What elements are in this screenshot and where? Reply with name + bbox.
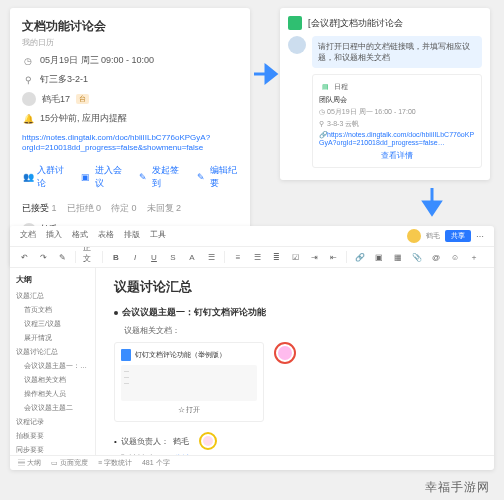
schedule-time: ◷05月19日 周一 16:00 - 17:00 (319, 107, 475, 117)
start-sign-button[interactable]: ✎发起签到 (137, 164, 181, 190)
watermark: 幸福手游网 (425, 479, 490, 496)
share-button[interactable]: 共享 (445, 230, 471, 242)
sb-item[interactable]: 会议议题主题一：钉钉… (16, 359, 89, 373)
status-bar: ▤ 大纲 ▭ 页面宽度 ≡ 字数统计 481 个字 (10, 455, 494, 470)
edit-icon: ✎ (195, 171, 207, 183)
join-discuss-button[interactable]: 👥入群讨论 (22, 164, 66, 190)
status-pages[interactable]: ▭ 页面宽度 (51, 458, 88, 468)
presence-label: 鹤毛 (426, 231, 440, 241)
event-location: 钉三多3-2-1 (40, 73, 88, 86)
chat-card: [会议群]文档功能讨论会 请打开日程中的文档链接哦，并填写相应议题，和议题相关文… (280, 8, 490, 180)
attach-icon[interactable]: 📎 (411, 251, 423, 263)
arrow-right-icon (252, 62, 282, 86)
sb-item[interactable]: 首页文档 (16, 303, 89, 317)
view-detail-button[interactable]: 查看详情 (319, 146, 475, 161)
menu-table[interactable]: 表格 (98, 229, 114, 243)
schedule-loc: ⚲3-8-3 云帆 (319, 119, 475, 129)
at-icon[interactable]: @ (430, 251, 442, 263)
status-count: 481 个字 (142, 458, 170, 468)
calendar-icon: ▤ (319, 81, 331, 93)
embedded-doc-card[interactable]: 钉钉文档评论功能（举例版） ——— ☆ 打开 (114, 342, 264, 422)
list-item: 议题负责人：鹤毛 (114, 432, 476, 450)
table-icon[interactable]: ▦ (392, 251, 404, 263)
organizer-badge: 台 (76, 94, 89, 104)
avatar-ring (199, 432, 217, 450)
brush-icon[interactable]: ✎ (56, 251, 68, 263)
highlight-icon[interactable]: ☰ (205, 251, 217, 263)
avatar (407, 229, 421, 243)
bullet-list: 议题负责人：鹤毛 预计耗时：10分钟 过程记录 #会议讨论：描述对应人的观点和建… (114, 432, 476, 455)
event-reminder: 15分钟前, 应用内提醒 (40, 112, 127, 125)
redo-icon[interactable]: ↷ (37, 251, 49, 263)
color-icon[interactable]: A (186, 251, 198, 263)
sb-item[interactable]: 操作相关人员 (16, 387, 89, 401)
underline-icon[interactable]: U (148, 251, 160, 263)
menu-tools[interactable]: 工具 (150, 229, 166, 243)
text-style[interactable]: 正文 ▾ (83, 251, 95, 263)
undo-icon[interactable]: ↶ (18, 251, 30, 263)
bell-icon: 🔔 (22, 113, 34, 125)
doc-title: 议题讨论汇总 (114, 278, 476, 296)
chat-message-row: 请打开日程中的文档链接哦，并填写相应议题，和议题相关文档 (288, 36, 482, 68)
chat-bubble: 请打开日程中的文档链接哦，并填写相应议题，和议题相关文档 (312, 36, 482, 68)
schedule-title: 团队周会 (319, 95, 475, 105)
sb-item[interactable]: 议题讨论汇总 (16, 345, 89, 359)
status-words[interactable]: ≡ 字数统计 (98, 458, 132, 468)
status-outline[interactable]: ▤ 大纲 (18, 458, 41, 468)
menu-insert[interactable]: 插入 (46, 229, 62, 243)
menu-layout[interactable]: 排版 (124, 229, 140, 243)
open-doc-button[interactable]: ☆ 打开 (121, 405, 257, 415)
document-editor: 文档 插入 格式 表格 排版 工具 鹤毛 共享 ⋯ ↶ ↷ ✎ 正文 ▾ B I… (10, 226, 494, 470)
organizer-name: 鹤毛17 (42, 93, 70, 106)
chat-title: [会议群]文档功能讨论会 (308, 17, 403, 30)
enter-meeting-button[interactable]: ▣进入会议 (80, 164, 124, 190)
sb-item[interactable]: 议题相关文档 (16, 373, 89, 387)
list-ol-icon[interactable]: ≣ (270, 251, 282, 263)
link-icon[interactable]: 🔗 (354, 251, 366, 263)
list-ul-icon[interactable]: ☰ (251, 251, 263, 263)
chat-header: [会议群]文档功能讨论会 (288, 16, 482, 30)
sb-item[interactable]: 议程三/议题 (16, 317, 89, 331)
event-date-row: ◷ 05月19日 周三 09:00 - 10:00 (22, 54, 238, 67)
edit-summary-button[interactable]: ✎编辑纪要 (195, 164, 239, 190)
menu-bar: 文档 插入 格式 表格 排版 工具 鹤毛 共享 ⋯ (10, 226, 494, 247)
event-subtitle: 我的日历 (22, 37, 238, 48)
sb-item[interactable]: 议程记录 (16, 415, 89, 429)
schedule-link: 🔗https://notes.dingtalk.com/doc/hbiiIILb… (319, 131, 475, 146)
event-reminder-row: 🔔 15分钟前, 应用内提醒 (22, 112, 238, 125)
document-body[interactable]: 议题讨论汇总 会议议题主题一：钉钉文档评论功能 议题相关文档： 钉钉文档评论功能… (96, 268, 494, 455)
avatar-ring (274, 342, 296, 364)
avatar (288, 36, 306, 54)
video-icon: ▣ (80, 171, 92, 183)
align-icon[interactable]: ≡ (232, 251, 244, 263)
strike-icon[interactable]: S (167, 251, 179, 263)
format-toolbar: ↶ ↷ ✎ 正文 ▾ B I U S A ☰ ≡ ☰ ≣ ☑ ⇥ ⇤ 🔗 ▣ ▦… (10, 247, 494, 268)
checklist-icon[interactable]: ☑ (289, 251, 301, 263)
schedule-card[interactable]: ▤日程 团队周会 ◷05月19日 周一 16:00 - 17:00 ⚲3-8-3… (312, 74, 482, 168)
sb-item[interactable]: 展开情况 (16, 331, 89, 345)
group-icon (288, 16, 302, 30)
event-location-row: ⚲ 钉三多3-2-1 (22, 73, 238, 86)
sb-item[interactable]: 会议议题主题二 (16, 401, 89, 415)
image-icon[interactable]: ▣ (373, 251, 385, 263)
menu-doc[interactable]: 文档 (20, 229, 36, 243)
event-date: 05月19日 周三 09:00 - 10:00 (40, 54, 154, 67)
sidebar-title: 大纲 (16, 274, 89, 285)
plus-icon[interactable]: ＋ (468, 251, 480, 263)
italic-icon[interactable]: I (129, 251, 141, 263)
more-icon[interactable]: ⋯ (476, 232, 484, 241)
emoji-icon[interactable]: ☺ (449, 251, 461, 263)
check-icon: ✎ (137, 171, 149, 183)
sb-item[interactable]: 拍板要要 (16, 429, 89, 443)
menu-format[interactable]: 格式 (72, 229, 88, 243)
bold-icon[interactable]: B (110, 251, 122, 263)
outline-sidebar: 大纲 议题汇总 首页文档 议程三/议题 展开情况 议题讨论汇总 会议议题主题一：… (10, 268, 96, 455)
outdent-icon[interactable]: ⇤ (327, 251, 339, 263)
indent-icon[interactable]: ⇥ (308, 251, 320, 263)
event-title: 文档功能讨论会 (22, 18, 238, 35)
chat-icon: 👥 (22, 171, 34, 183)
event-link[interactable]: https://notes.dingtalk.com/doc/hbiiIILbC… (22, 133, 238, 154)
sb-item[interactable]: 议题汇总 (16, 289, 89, 303)
sb-item[interactable]: 同步要要 (16, 443, 89, 455)
clock-icon: ◷ (22, 55, 34, 67)
